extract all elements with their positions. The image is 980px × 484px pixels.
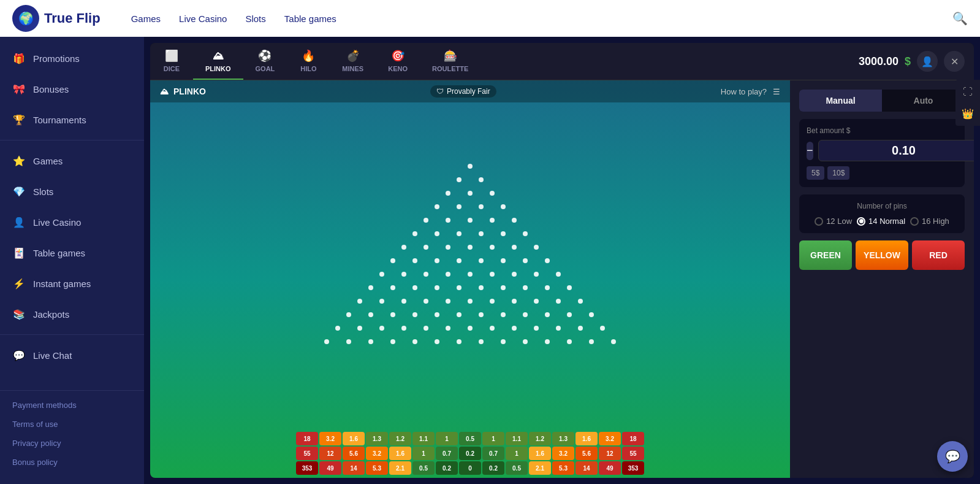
footer-payment-methods[interactable]: Payment methods — [0, 396, 144, 415]
provably-fair-button[interactable]: 🛡 Provably Fair — [430, 85, 496, 98]
sidebar-item-games[interactable]: ⭐ Games — [0, 145, 144, 176]
svg-point-56 — [379, 299, 384, 304]
menu-icon[interactable]: ☰ — [773, 87, 780, 96]
pin-option-14normal[interactable]: 14 Normal — [857, 217, 905, 226]
multiplier-cell: 1 — [436, 432, 458, 445]
logo[interactable]: 🌍 True Flip — [12, 5, 101, 32]
balance-currency[interactable]: $ — [905, 55, 911, 68]
user-profile-button[interactable]: 👤 — [917, 51, 938, 72]
radio-16high — [910, 217, 919, 226]
sidebar-item-tournaments[interactable]: 🏆 Tournaments — [0, 104, 144, 135]
sidebar-item-bonuses[interactable]: 🎀 Bonuses — [0, 74, 144, 104]
footer-bonus-policy[interactable]: Bonus policy — [0, 453, 144, 472]
nav-games[interactable]: Games — [131, 13, 161, 24]
svg-point-57 — [401, 299, 406, 304]
svg-point-77 — [589, 312, 594, 317]
footer-terms-of-use[interactable]: Terms of use — [0, 415, 144, 434]
svg-point-7 — [457, 204, 462, 209]
multiplier-cell: 2.1 — [389, 461, 411, 475]
nav-slots[interactable]: Slots — [245, 13, 265, 24]
risk-green-button[interactable]: GREEN — [799, 240, 852, 270]
bet-amount-input[interactable] — [818, 140, 974, 161]
sidebar: 🎁 Promotions 🎀 Bonuses 🏆 Tournaments ⭐ G… — [0, 37, 144, 484]
tab-mines[interactable]: 💣 MINES — [330, 43, 376, 80]
auto-mode-button[interactable]: Auto — [882, 90, 965, 112]
chat-bubble-button[interactable]: 💬 — [937, 441, 968, 472]
instant-games-icon: ⚡ — [12, 277, 26, 290]
close-button[interactable]: ✕ — [944, 51, 965, 72]
sidebar-item-jackpots[interactable]: 📚 Jackpots — [0, 299, 144, 329]
svg-point-99 — [501, 339, 506, 344]
multiplier-cell: 14 — [343, 461, 365, 475]
svg-point-39 — [446, 272, 450, 277]
sidebar-item-slots[interactable]: 💎 Slots — [0, 176, 144, 207]
multiplier-cell: 2.1 — [529, 461, 551, 475]
multiplier-cell: 353 — [296, 461, 318, 475]
tab-dice[interactable]: ⬜ DICE — [150, 43, 193, 80]
svg-point-85 — [490, 326, 495, 331]
pin-option-16high[interactable]: 16 High — [910, 217, 949, 226]
multiplier-cell: 12 — [319, 447, 341, 460]
sidebar-item-promotions[interactable]: 🎁 Promotions — [0, 43, 144, 74]
tab-goal[interactable]: ⚽ GOAL — [243, 43, 287, 80]
svg-point-36 — [379, 272, 384, 277]
svg-point-78 — [335, 326, 340, 331]
pin-label-14normal: 14 Normal — [868, 217, 905, 226]
svg-point-40 — [468, 272, 473, 277]
bet-quick-10-button[interactable]: 10$ — [827, 166, 849, 180]
manual-mode-button[interactable]: Manual — [799, 90, 882, 112]
multiplier-cell: 1.1 — [506, 432, 528, 445]
crown-icon[interactable]: 👑 — [959, 104, 977, 123]
svg-point-84 — [468, 326, 473, 331]
bet-decrease-button[interactable]: − — [807, 142, 813, 160]
risk-red-button[interactable]: RED — [912, 240, 965, 270]
svg-point-59 — [446, 299, 450, 304]
sidebar-item-table-games[interactable]: 🃏 Table games — [0, 237, 144, 268]
tab-hilo[interactable]: 🔥 HILO — [287, 43, 330, 80]
right-panel: Manual Auto Bet amount $ − + 1$ 3$ — [790, 80, 974, 478]
svg-point-42 — [512, 272, 517, 277]
svg-point-51 — [501, 285, 506, 290]
radio-14normal — [857, 217, 865, 226]
how-to-play-link[interactable]: How to play? — [721, 87, 767, 96]
footer-privacy-policy[interactable]: Privacy policy — [0, 434, 144, 453]
risk-yellow-button[interactable]: YELLOW — [856, 240, 908, 270]
svg-point-63 — [534, 299, 539, 304]
plinko-tab-icon: ⛰ — [213, 50, 224, 63]
pins-label: Number of pins — [807, 202, 957, 210]
chat-bubble-icon: 💬 — [945, 449, 960, 464]
svg-point-100 — [523, 339, 528, 344]
svg-point-87 — [534, 326, 539, 331]
svg-point-81 — [401, 326, 406, 331]
sidebar-item-instant-games[interactable]: ⚡ Instant games — [0, 268, 144, 299]
svg-point-34 — [523, 258, 528, 263]
multiplier-cell: 5.3 — [552, 461, 574, 475]
svg-point-20 — [523, 231, 528, 236]
tab-plinko[interactable]: ⛰ PLINKO — [193, 44, 243, 80]
tab-keno[interactable]: 🎯 KENO — [376, 43, 420, 80]
sidebar-item-live-casino[interactable]: 👤 Live Casino — [0, 207, 144, 237]
svg-point-54 — [567, 285, 572, 290]
pin-option-12low[interactable]: 12 Low — [815, 217, 852, 226]
svg-point-70 — [435, 312, 439, 317]
bet-quick-5-button[interactable]: 5$ — [807, 166, 824, 180]
svg-point-24 — [468, 245, 473, 250]
sidebar-item-live-chat[interactable]: 💬 Live Chat — [0, 340, 144, 371]
multiplier-cell: 0.5 — [459, 432, 481, 445]
fullscreen-icon[interactable]: ⛶ — [959, 83, 977, 101]
nav-live-casino[interactable]: Live Casino — [179, 13, 227, 24]
promotions-icon: 🎁 — [12, 52, 26, 65]
svg-point-33 — [501, 258, 506, 263]
svg-point-19 — [501, 231, 506, 236]
svg-point-15 — [412, 231, 417, 236]
search-icon[interactable]: 🔍 — [952, 11, 968, 26]
svg-point-6 — [435, 204, 439, 209]
balance-area: 3000.00 $ 👤 ✕ — [859, 51, 974, 72]
multiplier-cell: 1.6 — [389, 447, 411, 460]
pins-board-container — [150, 102, 790, 432]
tab-roulette[interactable]: 🎰 ROULETTE — [420, 43, 481, 80]
nav-table-games[interactable]: Table games — [284, 13, 336, 24]
svg-point-65 — [578, 299, 583, 304]
svg-point-103 — [589, 339, 594, 344]
multiplier-cell: 353 — [622, 461, 644, 475]
